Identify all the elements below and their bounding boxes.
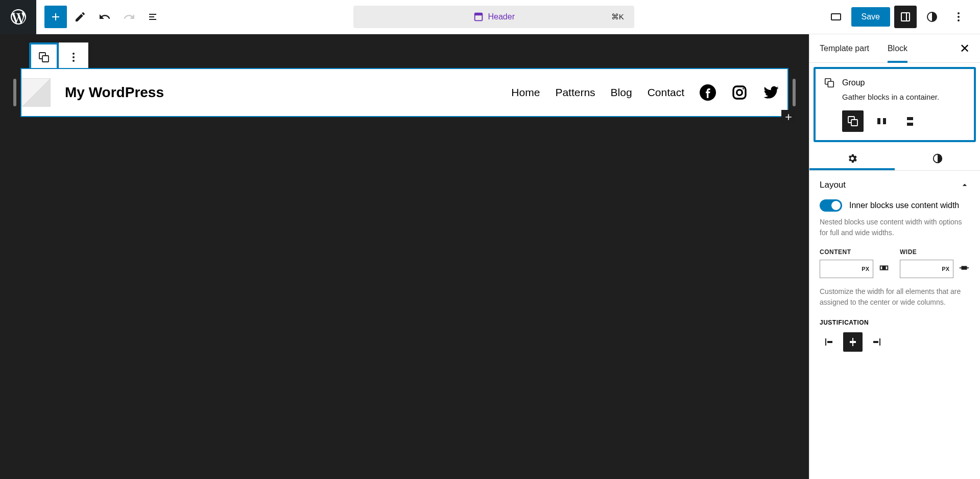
edit-tool-button[interactable] bbox=[69, 6, 91, 28]
svg-rect-1 bbox=[474, 13, 482, 16]
styles-tab[interactable] bbox=[895, 146, 980, 170]
block-card: Group Gather blocks in a container. bbox=[814, 67, 976, 142]
nav-link[interactable]: Patterns bbox=[555, 86, 595, 99]
redo-button[interactable] bbox=[118, 6, 140, 28]
editor-canvas[interactable]: My WordPress Home Patterns Blog Contact bbox=[0, 34, 809, 479]
svg-point-11 bbox=[73, 53, 75, 55]
content-width-label: CONTENT bbox=[820, 248, 890, 256]
layout-panel: Layout Inner blocks use content width Ne… bbox=[809, 171, 980, 361]
site-logo-placeholder[interactable] bbox=[22, 78, 51, 107]
svg-point-13 bbox=[73, 60, 75, 62]
svg-rect-24 bbox=[882, 266, 886, 269]
svg-rect-27 bbox=[825, 338, 826, 346]
svg-point-17 bbox=[743, 88, 744, 89]
group-variation-group[interactable] bbox=[842, 110, 864, 132]
svg-rect-3 bbox=[901, 13, 910, 21]
twitter-icon[interactable] bbox=[763, 84, 779, 101]
close-sidebar-button[interactable]: ✕ bbox=[960, 41, 970, 56]
settings-sidebar: Template part Block ✕ Group Gather block… bbox=[809, 34, 980, 479]
wide-width-icon bbox=[959, 262, 970, 276]
svg-rect-32 bbox=[879, 338, 880, 346]
content-width-icon bbox=[878, 262, 890, 276]
justify-left-button[interactable] bbox=[820, 332, 839, 352]
tab-block[interactable]: Block bbox=[888, 34, 907, 63]
unit-label: PX bbox=[942, 266, 949, 272]
resize-handle-right[interactable] bbox=[793, 79, 796, 106]
nav-link[interactable]: Home bbox=[511, 86, 540, 99]
group-variation-stack[interactable] bbox=[899, 110, 921, 132]
svg-point-8 bbox=[958, 19, 960, 21]
layout-help-text: Nested blocks use content width with opt… bbox=[820, 217, 970, 238]
template-selector[interactable]: Header ⌘K bbox=[353, 6, 634, 28]
save-button[interactable]: Save bbox=[851, 7, 890, 27]
top-toolbar: Header ⌘K Save bbox=[0, 0, 980, 34]
header-group-block[interactable]: My WordPress Home Patterns Blog Contact bbox=[20, 68, 788, 117]
justify-center-button[interactable] bbox=[843, 332, 863, 352]
options-button[interactable] bbox=[947, 6, 970, 28]
settings-tab[interactable] bbox=[809, 146, 895, 170]
svg-rect-33 bbox=[873, 341, 878, 343]
site-title[interactable]: My WordPress bbox=[65, 84, 164, 101]
svg-rect-10 bbox=[42, 56, 49, 62]
svg-rect-29 bbox=[852, 338, 853, 341]
content-width-toggle[interactable] bbox=[820, 199, 842, 212]
svg-point-7 bbox=[958, 16, 960, 18]
styles-button[interactable] bbox=[921, 6, 943, 28]
svg-rect-31 bbox=[850, 341, 856, 343]
tab-template-part[interactable]: Template part bbox=[820, 34, 869, 63]
settings-sidebar-toggle[interactable] bbox=[894, 6, 917, 28]
wide-width-label: WIDE bbox=[900, 248, 970, 256]
group-icon bbox=[824, 77, 835, 88]
svg-rect-28 bbox=[827, 341, 832, 343]
layout-panel-toggle[interactable]: Layout bbox=[820, 180, 970, 190]
chevron-up-icon bbox=[960, 180, 970, 190]
svg-point-6 bbox=[958, 12, 960, 14]
block-card-title: Group bbox=[842, 78, 865, 87]
svg-rect-26 bbox=[962, 266, 967, 269]
svg-rect-21 bbox=[851, 120, 857, 126]
resize-handle-left[interactable] bbox=[13, 79, 16, 106]
instagram-icon[interactable] bbox=[731, 84, 748, 101]
svg-rect-2 bbox=[831, 14, 841, 20]
wordpress-logo[interactable] bbox=[0, 0, 36, 34]
template-name: Header bbox=[488, 12, 515, 21]
facebook-icon[interactable] bbox=[700, 84, 716, 101]
width-help-text: Customize the width for all elements tha… bbox=[820, 286, 970, 308]
nav-link[interactable]: Blog bbox=[611, 86, 632, 99]
justification-label: JUSTIFICATION bbox=[820, 319, 970, 326]
svg-point-12 bbox=[73, 56, 75, 58]
svg-rect-15 bbox=[733, 86, 746, 99]
undo-button[interactable] bbox=[93, 6, 116, 28]
justify-right-button[interactable] bbox=[867, 332, 886, 352]
nav-link[interactable]: Contact bbox=[648, 86, 684, 99]
content-width-label: Inner blocks use content width bbox=[849, 201, 959, 210]
add-block-button[interactable] bbox=[781, 110, 796, 124]
view-button[interactable] bbox=[825, 6, 847, 28]
unit-label: PX bbox=[862, 266, 869, 272]
group-variation-row[interactable] bbox=[871, 110, 892, 132]
inserter-button[interactable] bbox=[44, 6, 67, 28]
command-shortcut: ⌘K bbox=[611, 12, 624, 21]
svg-rect-30 bbox=[852, 343, 853, 346]
list-view-button[interactable] bbox=[142, 6, 165, 28]
block-card-desc: Gather blocks in a container. bbox=[842, 93, 966, 101]
svg-rect-19 bbox=[828, 81, 833, 87]
svg-point-16 bbox=[737, 90, 743, 96]
